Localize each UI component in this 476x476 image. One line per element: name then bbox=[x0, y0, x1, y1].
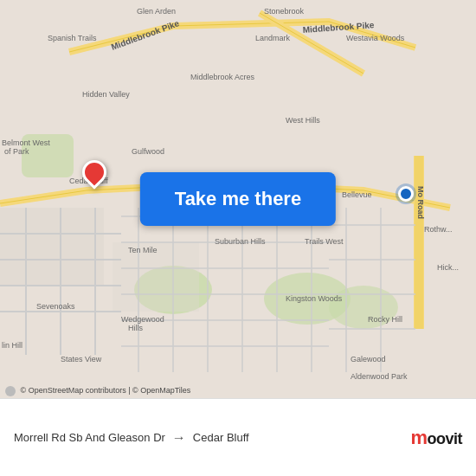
current-location-dot bbox=[398, 186, 414, 202]
svg-rect-8 bbox=[415, 156, 423, 329]
route-info: Morrell Rd Sb And Gleason Dr → Cedar Blu… bbox=[14, 430, 410, 446]
cta-button-container[interactable]: Take me there bbox=[140, 172, 336, 226]
svg-text:Ten Mile: Ten Mile bbox=[128, 246, 158, 254]
svg-text:lin Hill: lin Hill bbox=[2, 341, 23, 350]
svg-text:Rothw...: Rothw... bbox=[424, 225, 453, 234]
brand-name: oovit bbox=[428, 430, 463, 447]
svg-text:Trails West: Trails West bbox=[305, 237, 344, 246]
svg-text:Wedgewood: Wedgewood bbox=[121, 315, 164, 324]
svg-text:of Park: of Park bbox=[4, 147, 29, 156]
origin-text: Morrell Rd Sb And Gleason Dr bbox=[14, 431, 165, 444]
svg-text:Glen Arden: Glen Arden bbox=[137, 7, 176, 16]
svg-text:Hick...: Hick... bbox=[437, 263, 459, 272]
svg-text:Hills: Hills bbox=[128, 324, 143, 332]
svg-text:Belmont West: Belmont West bbox=[2, 138, 50, 147]
svg-text:Hidden Valley: Hidden Valley bbox=[82, 90, 130, 99]
svg-text:Aldenwood Park: Aldenwood Park bbox=[351, 372, 408, 381]
svg-text:Landmark: Landmark bbox=[255, 34, 291, 42]
location-pin bbox=[82, 160, 106, 184]
svg-text:West Hills: West Hills bbox=[286, 116, 320, 125]
arrow-icon: → bbox=[172, 430, 186, 446]
map-attribution: © OpenStreetMap contributors | © OpenMap… bbox=[5, 386, 190, 396]
svg-text:Stonebrook: Stonebrook bbox=[264, 7, 305, 16]
svg-text:Spanish Trails: Spanish Trails bbox=[48, 34, 97, 42]
map-view: Middlebrook Pike Middlebrook Pike Leawoo… bbox=[0, 0, 476, 398]
moovit-logo: moovit bbox=[410, 427, 462, 449]
svg-text:Rocky Hill: Rocky Hill bbox=[368, 315, 402, 324]
take-me-there-button[interactable]: Take me there bbox=[140, 172, 336, 226]
svg-rect-5 bbox=[0, 208, 104, 286]
svg-text:Suburban Hills: Suburban Hills bbox=[215, 237, 266, 246]
svg-text:Middlebrook Acres: Middlebrook Acres bbox=[190, 73, 255, 81]
svg-text:Westavia Woods: Westavia Woods bbox=[346, 34, 405, 42]
bottom-navigation-bar: Morrell Rd Sb And Gleason Dr → Cedar Blu… bbox=[0, 398, 476, 476]
svg-text:States View: States View bbox=[61, 355, 102, 363]
svg-text:Kingston Woods: Kingston Woods bbox=[286, 294, 343, 303]
svg-text:Galewood: Galewood bbox=[351, 355, 386, 363]
svg-text:Gulfwood: Gulfwood bbox=[132, 147, 164, 156]
destination-text: Cedar Bluff bbox=[193, 431, 249, 444]
svg-text:Mo Road: Mo Road bbox=[416, 186, 425, 219]
svg-text:Bellevue: Bellevue bbox=[342, 190, 372, 199]
attribution-text: © OpenStreetMap contributors | © OpenMap… bbox=[21, 386, 191, 395]
svg-text:Sevenoaks: Sevenoaks bbox=[36, 302, 75, 311]
